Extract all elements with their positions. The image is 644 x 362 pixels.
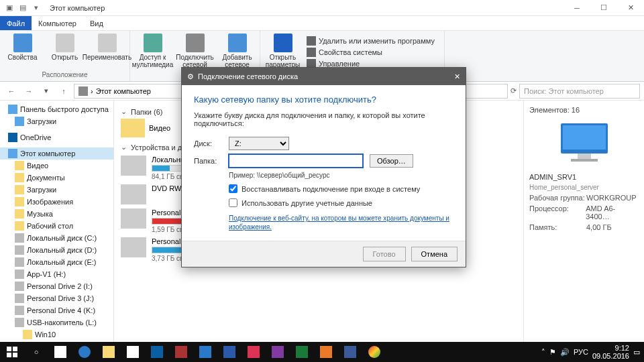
dialog-titlebar[interactable]: ⚙ Подключение сетевого диска ✕ (182, 68, 466, 85)
browse-button[interactable]: Обзор… (370, 154, 413, 168)
tree-item[interactable]: Панель быстрого доступа (0, 103, 113, 115)
menubar: Файл Компьютер Вид (0, 16, 644, 31)
properties-button[interactable]: Свойства (4, 34, 41, 61)
folder-label: Папка: (194, 157, 222, 165)
back-button[interactable]: ← (4, 84, 19, 99)
item-count: Элементов: 16 (529, 106, 580, 114)
titlebar: ▣ ▤ ▾ Этот компьютер ─ ☐ ✕ (0, 0, 644, 16)
system-properties-link[interactable]: Свойства системы (307, 48, 435, 57)
app-icon[interactable] (169, 342, 193, 362)
folder-item[interactable]: Видео (121, 119, 181, 137)
dialog-subtitle: Укажите букву диска для подключения и па… (194, 111, 453, 127)
svg-rect-3 (571, 159, 598, 162)
store-icon[interactable] (121, 342, 145, 362)
tree-item[interactable]: Локальный диск (D:) (0, 244, 113, 256)
window-title: Этот компьютер (50, 4, 105, 12)
refresh-button[interactable]: ⟳ (511, 84, 517, 99)
pc-icon (78, 86, 88, 96)
tree-item[interactable]: Personal Drive 3 (J:) (0, 292, 113, 304)
svg-rect-7 (13, 353, 17, 357)
svg-rect-2 (578, 154, 591, 159)
onenote-icon[interactable] (266, 342, 290, 362)
computer-name: ADMIN_SRV1 (529, 173, 576, 181)
reconnect-checkbox[interactable]: Восстанавливать подключение при входе в … (229, 184, 453, 193)
tree-item[interactable]: Видео (0, 160, 113, 172)
example-text: Пример: \\сервер\общий_ресурс (229, 172, 453, 179)
app-icon[interactable] (338, 342, 362, 362)
connect-website-link[interactable]: Подключение к веб-сайту, на котором вы м… (229, 214, 453, 231)
media-access-button[interactable]: Доступ к мультимедиа (134, 34, 171, 76)
minimize-button[interactable]: ─ (564, 0, 590, 16)
tree-item[interactable]: OneDrive (0, 131, 113, 143)
computer-image (544, 117, 625, 170)
tree-item[interactable]: App-V1 (H:) (0, 268, 113, 280)
tree-item[interactable]: Изображения (0, 196, 113, 208)
vlc-icon[interactable] (314, 342, 338, 362)
file-menu[interactable]: Файл (0, 16, 32, 30)
details-pane: Элементов: 16 ADMIN_SRV1 Home_personal_s… (523, 101, 644, 347)
tree-item[interactable]: Загрузки (0, 184, 113, 196)
tree-item[interactable]: USB-накопитель (L:) (0, 316, 113, 328)
chrome-icon[interactable] (362, 342, 386, 362)
taskbar: ○ ˄ ⚑ 🔊 РУС 9:1209.05.2016 ▭ (0, 342, 644, 362)
detail-memory: Память:4,00 ГБ (529, 223, 639, 231)
tree-item[interactable]: Personal Drive 2 (I:) (0, 280, 113, 292)
explorer-icon[interactable] (97, 342, 121, 362)
folder-input[interactable] (229, 154, 363, 168)
ribbon-group-location: Свойства Открыть Переименовать Расположе… (0, 31, 130, 81)
tree-item[interactable]: Win10 (0, 328, 113, 341)
volume-icon[interactable]: 🔊 (560, 348, 570, 357)
maximize-button[interactable]: ☐ (590, 0, 617, 16)
powerpoint-icon[interactable] (241, 342, 266, 362)
svg-rect-1 (563, 125, 606, 149)
recent-dropdown[interactable]: ▾ (39, 84, 54, 99)
uninstall-program-link[interactable]: Удалить или изменить программу (307, 36, 435, 46)
language-indicator[interactable]: РУС (574, 348, 588, 356)
cancel-button[interactable]: Отмена (411, 247, 458, 261)
open-button[interactable]: Открыть (46, 34, 83, 61)
tree-item[interactable]: Музыка (0, 208, 113, 220)
tree-item[interactable]: Рабочий стол (0, 220, 113, 232)
tree-item[interactable]: Personal Drive 4 (K:) (0, 304, 113, 316)
search-input[interactable]: Поиск: Этот компьютер (519, 84, 640, 99)
dropdown-icon[interactable]: ▾ (31, 3, 42, 13)
outlook-icon[interactable] (193, 342, 217, 362)
svg-rect-5 (13, 347, 17, 351)
clock[interactable]: 9:1209.05.2016 (592, 344, 629, 360)
computer-tab[interactable]: Компьютер (32, 17, 83, 30)
drive-select[interactable]: Z: (229, 137, 289, 150)
dialog-question: Какую сетевую папку вы хотите подключить… (194, 95, 453, 105)
dialog-close-button[interactable]: ✕ (454, 72, 460, 81)
start-button[interactable] (0, 342, 24, 362)
notifications-icon[interactable]: ▭ (633, 348, 640, 357)
tree-item[interactable]: Этот компьютер (0, 147, 113, 160)
tray-icon[interactable]: ⚑ (549, 348, 556, 357)
window-controls: ─ ☐ ✕ (564, 0, 644, 16)
word-icon[interactable] (217, 342, 241, 362)
tree-item[interactable]: Локальный диск (E:) (0, 256, 113, 268)
edge-icon[interactable] (72, 342, 97, 362)
tray-up-icon[interactable]: ˄ (541, 348, 545, 357)
view-tab[interactable]: Вид (83, 17, 110, 30)
tree-item[interactable]: Документы (0, 172, 113, 184)
excel-icon[interactable] (290, 342, 314, 362)
open-settings-button[interactable]: Открыть параметры (264, 34, 301, 68)
svg-rect-6 (7, 353, 11, 357)
tree-item[interactable]: Загрузки (0, 115, 113, 127)
drive-label: Диск: (194, 139, 222, 147)
app-icon[interactable] (145, 342, 169, 362)
forward-button[interactable]: → (21, 84, 36, 99)
up-button[interactable]: ↑ (56, 84, 71, 99)
tree-item[interactable]: Локальный диск (C:) (0, 232, 113, 244)
network-drive-icon: ⚙ (187, 72, 194, 81)
close-button[interactable]: ✕ (617, 0, 644, 16)
properties-icon[interactable]: ▤ (17, 3, 28, 13)
map-drive-dialog: ⚙ Подключение сетевого диска ✕ Какую сет… (181, 67, 466, 267)
other-credentials-checkbox[interactable]: Использовать другие учетные данные (229, 198, 453, 207)
finish-button[interactable]: Готово (363, 247, 406, 261)
folder-icon: ▣ (4, 3, 15, 13)
search-taskbar-button[interactable]: ○ (24, 342, 48, 362)
svg-rect-4 (7, 347, 11, 351)
taskview-button[interactable] (48, 342, 72, 362)
rename-button[interactable]: Переименовать (89, 34, 125, 61)
